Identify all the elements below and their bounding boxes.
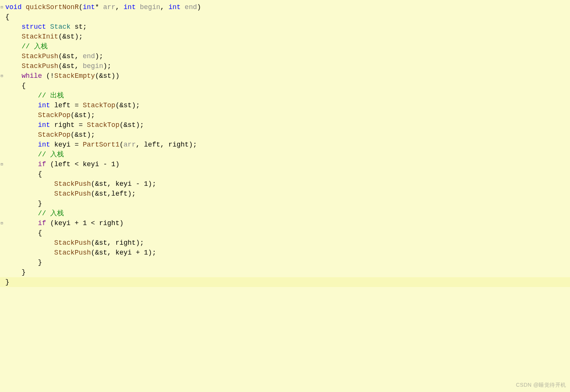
- keyword-void: void: [5, 3, 22, 11]
- code-line: StackPop(&st);: [0, 130, 570, 140]
- function-call: StackEmpty: [54, 72, 95, 80]
- function-call: StackPush: [5, 190, 91, 198]
- comment: // 出栈: [5, 92, 64, 99]
- function-call: PartSort1: [83, 141, 119, 148]
- code-editor: ⊟void quickSortNonR(int* arr, int begin,…: [0, 0, 570, 287]
- function-call: StackInit: [5, 33, 58, 40]
- comment: // 入栈: [5, 43, 48, 50]
- keyword-int: int: [5, 102, 50, 109]
- keyword-struct: struct: [5, 23, 46, 31]
- fold-minus-icon[interactable]: ⊟: [0, 159, 4, 169]
- code-line: {: [0, 169, 570, 179]
- param-arr: arr: [99, 3, 115, 11]
- code-line: }: [0, 258, 570, 267]
- watermark: CSDN @睡觉待开机: [516, 380, 566, 390]
- code-line: StackPush(&st, right);: [0, 238, 570, 248]
- code-line: // 入栈: [0, 208, 570, 218]
- function-call: StackTop: [83, 102, 115, 109]
- code-line: // 出栈: [0, 91, 570, 100]
- keyword-int: int: [5, 121, 50, 129]
- keyword-if: if: [5, 161, 46, 168]
- code-line: struct Stack st;: [0, 22, 570, 32]
- code-line: }: [0, 277, 570, 287]
- keyword-if: if: [5, 219, 46, 227]
- code-line: StackInit(&st);: [0, 32, 570, 42]
- function-call: StackPush: [5, 249, 91, 256]
- keyword-int: int: [83, 3, 95, 11]
- function-call: StackPush: [5, 239, 91, 247]
- code-line: ⊟void quickSortNonR(int* arr, int begin,…: [0, 2, 570, 12]
- function-call: StackPop: [5, 111, 71, 119]
- function-call: StackPush: [5, 180, 91, 188]
- code-line: int right = StackTop(&st);: [0, 120, 570, 130]
- function-call: StackPush: [5, 62, 58, 70]
- function-name: quickSortNonR: [22, 3, 79, 11]
- code-line: StackPush(&st, end);: [0, 51, 570, 61]
- function-call: StackTop: [87, 121, 119, 129]
- keyword-int: int: [5, 141, 50, 148]
- code-line: }: [0, 267, 570, 277]
- code-line: StackPush(&st, keyi + 1);: [0, 248, 570, 258]
- param-end: end: [181, 3, 197, 11]
- code-line: StackPush(&st, begin);: [0, 61, 570, 71]
- code-line: // 入栈: [0, 42, 570, 51]
- code-line: int keyi = PartSort1(arr, left, right);: [0, 140, 570, 150]
- code-line: ⊟ if (keyi + 1 < right): [0, 218, 570, 228]
- code-line: ⊟ if (left < keyi - 1): [0, 159, 570, 169]
- comment: // 入栈: [5, 151, 64, 158]
- code-line: int left = StackTop(&st);: [0, 100, 570, 110]
- function-call: StackPop: [5, 131, 71, 139]
- code-line: ⊟ while (!StackEmpty(&st)): [0, 71, 570, 81]
- comment: // 入栈: [5, 210, 64, 217]
- type-stack: Stack: [46, 23, 71, 31]
- code-line: }: [0, 199, 570, 208]
- code-line: StackPop(&st);: [0, 110, 570, 120]
- code-line: {: [0, 81, 570, 91]
- fold-minus-icon[interactable]: ⊟: [0, 218, 4, 228]
- code-line: // 入栈: [0, 150, 570, 159]
- code-line: StackPush(&st,left);: [0, 189, 570, 199]
- code-line: {: [0, 228, 570, 238]
- fold-minus-icon[interactable]: ⊟: [0, 2, 4, 12]
- keyword-while: while: [5, 72, 42, 80]
- code-line: StackPush(&st, keyi - 1);: [0, 179, 570, 189]
- code-line: {: [0, 12, 570, 22]
- function-call: StackPush: [5, 52, 58, 60]
- fold-minus-icon[interactable]: ⊟: [0, 71, 4, 81]
- param-begin: begin: [136, 3, 160, 11]
